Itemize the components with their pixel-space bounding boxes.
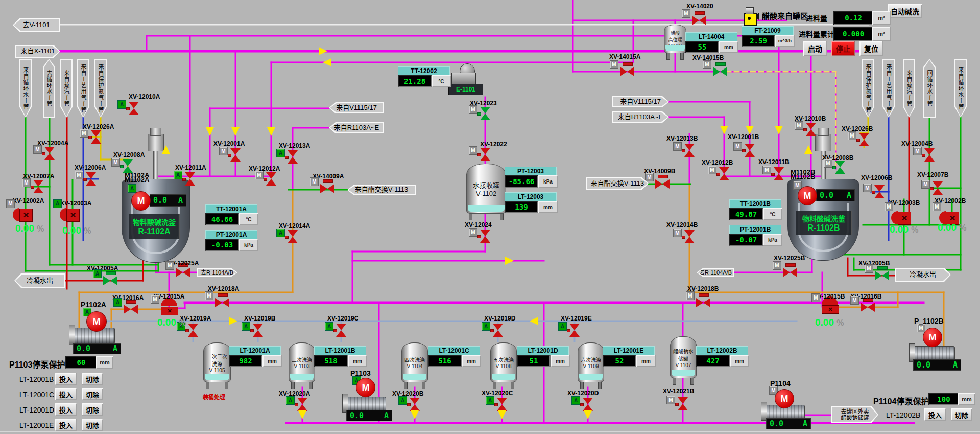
valve-mode-XV-12022[interactable]: M [469, 146, 477, 155]
valve-mode-XV-12006B[interactable]: M [863, 184, 872, 192]
lt12001c-commit-button[interactable]: 投入 [55, 388, 77, 400]
valve-mode-XV-12018A[interactable]: M [205, 291, 213, 300]
pump-icon-P1103[interactable] [346, 397, 386, 412]
valve-mode-XV-12020D[interactable]: A [571, 396, 580, 405]
valve-XV-12011B[interactable] [774, 167, 784, 174]
valve-mode-XV-12015A[interactable]: M [151, 295, 159, 304]
valve-XV-12025A[interactable] [176, 268, 183, 277]
valve-mode-XV-12020B[interactable]: A [398, 396, 407, 405]
valve-XV-14009B[interactable] [655, 179, 662, 189]
valve-mode-XV-12024[interactable]: M [469, 228, 477, 237]
valve-mode-XV-12003A[interactable]: A [53, 199, 62, 208]
valve-mode-XV-12026B[interactable]: M [848, 131, 856, 140]
valve-XV-12006B[interactable] [874, 185, 885, 192]
valve-XV-14015B[interactable] [713, 67, 720, 76]
lt12001e-commit-button[interactable]: 投入 [55, 419, 77, 431]
valve-XV-12020A[interactable] [297, 398, 307, 404]
valve-mode-XV-12011B[interactable]: M [762, 166, 771, 174]
valve-XV-12001B[interactable] [745, 144, 755, 150]
valve-mode-XV-12004B[interactable]: M [913, 147, 922, 155]
valve-XV-12002A[interactable]: ✕ [19, 209, 33, 222]
valve-mode-XV-12004A[interactable]: M [33, 145, 42, 154]
valve-XV-12005B[interactable] [875, 271, 882, 280]
valve-XV-12003B[interactable]: ✕ [898, 212, 911, 225]
valve-XV-12014A[interactable] [288, 230, 298, 237]
lt12002b-remove-button[interactable]: 切除 [951, 408, 972, 421]
valve-XV-12011A[interactable] [185, 172, 195, 179]
valve-mode-XV-14015A[interactable]: M [610, 60, 618, 69]
valve-mode-XV-14009A[interactable]: M [310, 177, 319, 186]
valve-XV-12019B[interactable] [253, 324, 263, 330]
valve-XV-14015A[interactable] [620, 67, 627, 76]
valve-XV-12016A[interactable] [124, 305, 131, 314]
valve-XV-12014B[interactable] [684, 230, 695, 237]
valve-XV-12013B[interactable] [684, 144, 695, 150]
valve-XV-12006A[interactable] [86, 172, 96, 179]
valve-mode-XV-12019B[interactable]: A [242, 322, 250, 331]
valve-mode-XV-12023[interactable]: M [469, 105, 477, 114]
valve-XV-12018B[interactable] [696, 298, 703, 307]
valve-XV-14009A[interactable] [320, 184, 327, 193]
valve-mode-XV-12019C[interactable]: A [325, 322, 333, 331]
lt12001b-commit-button[interactable]: 投入 [55, 373, 77, 385]
valve-mode-XV-12012B[interactable]: M [708, 166, 716, 174]
lt12002b-commit-button[interactable]: 投入 [924, 408, 946, 421]
valve-mode-XV-12005A[interactable]: A [93, 269, 102, 278]
valve-XV-12004A[interactable] [44, 147, 55, 153]
lt12001d-commit-button[interactable]: 投入 [55, 403, 77, 416]
valve-mode-XV-12014B[interactable]: M [673, 229, 682, 237]
valve-mode-XV-12016B[interactable]: M [850, 296, 859, 305]
lt12001d-remove-button[interactable]: 切除 [82, 403, 103, 416]
valve-mode-XV-12019E[interactable]: A [558, 322, 567, 331]
valve-mode-XV-12021B[interactable]: M [666, 396, 675, 404]
valve-XV-12007B[interactable] [933, 181, 943, 188]
p1104-protect-setpoint[interactable]: 100 [928, 393, 959, 405]
valve-XV-12012B[interactable] [719, 167, 729, 174]
valve-mode-XV-12020C[interactable]: A [486, 396, 494, 405]
lt12001b-remove-button[interactable]: 切除 [82, 373, 103, 385]
valve-mode-XV-12007A[interactable]: M [22, 178, 31, 187]
valve-XV-12015A[interactable]: ✕ [161, 307, 178, 315]
valve-mode-XV-12008A[interactable]: M [111, 158, 120, 167]
valve-XV-12019E[interactable] [569, 324, 580, 330]
valve-mode-XV-12020A[interactable]: A [286, 396, 295, 405]
valve-mode-XV-12003B[interactable]: M [885, 202, 893, 211]
lt12001e-remove-button[interactable]: 切除 [82, 419, 103, 431]
pump-motor-icon-P_1102B[interactable]: M [923, 328, 942, 347]
start-button[interactable]: 启动 [803, 41, 827, 56]
motor-mode-M1102A[interactable]: A [128, 184, 136, 193]
valve-XV-12007A[interactable] [33, 180, 43, 187]
valve-XV-12026B[interactable] [859, 133, 869, 140]
valve-mode-XV-14015B[interactable]: M [703, 60, 711, 69]
valve-mode-XV-12002B[interactable]: M [933, 202, 941, 211]
valve-mode-XV-12012A[interactable]: M [255, 171, 264, 179]
valve-mode-XV-14020[interactable]: M [682, 9, 690, 18]
valve-mode-XV-12013A[interactable]: A [276, 149, 285, 157]
valve-XV-12015B[interactable]: ✕ [822, 305, 839, 314]
valve-mode-XV-12001A[interactable]: M [219, 147, 228, 155]
valve-mode-XV-12025B[interactable]: M [773, 261, 781, 270]
valve-XV-12022[interactable] [480, 148, 490, 154]
valve-mode-XV-12008B[interactable]: M [824, 159, 832, 168]
valve-mode-XV-12001B[interactable]: M [733, 142, 742, 151]
p1103-protect-setpoint[interactable]: 60 [65, 356, 97, 369]
valve-mode-XV-12018B[interactable]: M [686, 291, 695, 300]
valve-XV-12016B[interactable] [861, 303, 868, 312]
motor-icon-M1102A[interactable]: M [131, 191, 151, 211]
valve-XV-12025B[interactable] [783, 268, 790, 277]
pump-icon-P_1102B[interactable] [913, 346, 955, 361]
valve-XV-12012A[interactable] [266, 172, 276, 179]
valve-XV-12004B[interactable] [924, 148, 935, 155]
valve-mode-XV-12011A[interactable]: A [174, 171, 182, 179]
valve-XV-12020D[interactable] [583, 398, 593, 404]
valve-mode-XV-12010A[interactable]: A [117, 100, 126, 109]
valve-mode-XV-12016A[interactable]: A [113, 298, 122, 307]
auto-wash-button[interactable]: 自动碱洗 [888, 4, 922, 18]
valve-XV-12019A[interactable] [188, 324, 198, 330]
pump-motor-icon-P1103[interactable]: M [356, 378, 375, 397]
valve-mode-XV-12026A[interactable]: M [80, 129, 88, 138]
valve-mode-XV-12013B[interactable]: M [673, 142, 682, 151]
valve-XV-12023[interactable] [480, 107, 490, 113]
valve-mode-XV-12010B[interactable]: M [795, 121, 803, 130]
valve-XV-12003A[interactable]: ✕ [66, 209, 80, 222]
